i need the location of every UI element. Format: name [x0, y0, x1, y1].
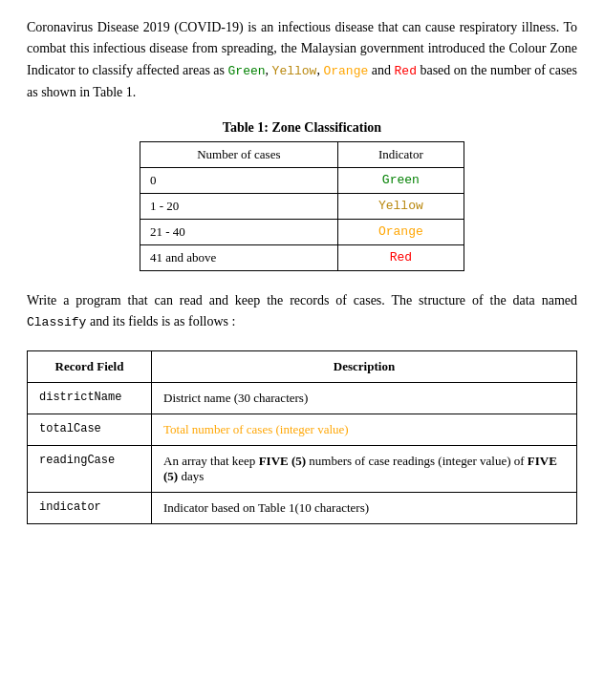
second-paragraph: Write a program that can read and keep t…	[27, 290, 577, 333]
orange-label: Orange	[323, 64, 368, 78]
green-label: Green	[228, 64, 266, 78]
zone-table-container: Table 1: Zone Classification Number of c…	[27, 120, 577, 271]
desc-indicator: Indicator based on Table 1(10 characters…	[152, 493, 577, 524]
desc-readingcase: An array that keep FIVE (5) numbers of c…	[152, 446, 577, 493]
zone-table-header-row: Number of cases Indicator	[140, 141, 464, 167]
zone-indicator-yellow: Yellow	[337, 193, 464, 219]
intro-text-4: and	[368, 63, 394, 77]
table-row: 41 and above Red	[140, 244, 464, 270]
five-bold-1: FIVE (5)	[259, 454, 306, 468]
field-districtname: districtName	[28, 383, 152, 414]
field-readingcase: readingCase	[28, 446, 152, 493]
record-table-container: Record Field Description districtName Di…	[27, 350, 577, 524]
second-para-text2: and its fields is as follows :	[86, 314, 235, 329]
classify-label: Classify	[27, 315, 86, 329]
five-bold-2: FIVE (5)	[163, 454, 557, 483]
record-table: Record Field Description districtName Di…	[27, 350, 577, 524]
table-row: districtName District name (30 character…	[28, 383, 577, 414]
zone-col-indicator: Indicator	[337, 141, 464, 167]
desc-totalcase: Total number of cases (integer value)	[152, 414, 577, 446]
zone-indicator-orange: Orange	[337, 219, 464, 244]
table-row: indicator Indicator based on Table 1(10 …	[28, 493, 577, 524]
yellow-label: Yellow	[272, 64, 317, 78]
red-label: Red	[395, 64, 417, 78]
zone-indicator-red: Red	[337, 244, 464, 270]
table-row: 1 - 20 Yellow	[140, 193, 464, 219]
zone-cases-41plus: 41 and above	[140, 244, 338, 270]
record-col-description: Description	[152, 351, 577, 383]
table-row: totalCase Total number of cases (integer…	[28, 414, 577, 446]
intro-paragraph: Coronavirus Disease 2019 (COVID-19) is a…	[27, 17, 577, 103]
table-row: readingCase An array that keep FIVE (5) …	[28, 446, 577, 493]
zone-cases-0: 0	[140, 167, 338, 193]
zone-indicator-green: Green	[337, 167, 464, 193]
record-table-header-row: Record Field Description	[28, 351, 577, 383]
zone-table-title: Table 1: Zone Classification	[140, 120, 464, 136]
field-totalcase: totalCase	[28, 414, 152, 446]
field-indicator: indicator	[28, 493, 152, 524]
intro-text-2: ,	[266, 63, 272, 77]
desc-districtname: District name (30 characters)	[152, 383, 577, 414]
zone-cases-21-40: 21 - 40	[140, 219, 338, 244]
zone-col-cases: Number of cases	[140, 141, 338, 167]
table-row: 21 - 40 Orange	[140, 219, 464, 244]
zone-table: Number of cases Indicator 0 Green 1 - 20…	[140, 141, 464, 271]
table-row: 0 Green	[140, 167, 464, 193]
zone-cases-1-20: 1 - 20	[140, 193, 338, 219]
record-col-field: Record Field	[28, 351, 152, 383]
second-para-text1: Write a program that can read and keep t…	[27, 293, 577, 308]
